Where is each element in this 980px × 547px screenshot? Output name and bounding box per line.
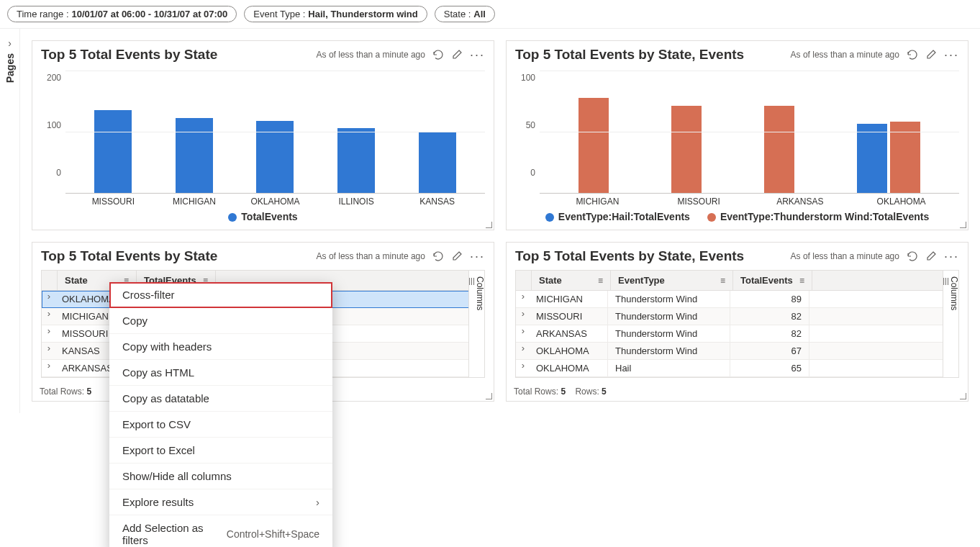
resize-handle[interactable] [485, 221, 492, 228]
x-axis-label: ILLINOIS [316, 196, 397, 207]
cell-state: OKLAHOMA [529, 343, 608, 359]
cell-eventtype: Thunderstorm Wind [608, 325, 730, 342]
tile-chart-top5-total: Top 5 Total Events by State As of less t… [32, 40, 494, 230]
column-header[interactable]: TotalEvents≡ [733, 271, 812, 290]
bar[interactable] [419, 132, 456, 193]
event-type-filter[interactable]: Event Type : Hail, Thunderstorm wind [244, 6, 427, 22]
context-menu-item[interactable]: Copy with headers [109, 334, 332, 360]
column-menu-icon[interactable]: ≡ [598, 276, 603, 286]
pages-panel-collapsed[interactable]: › Pages [0, 29, 20, 413]
bar[interactable] [857, 124, 887, 193]
cell-total: 89 [730, 291, 809, 307]
table-row[interactable]: ›OKLAHOMAHail65 [516, 360, 958, 377]
columns-toggle[interactable]: ||| Columns [943, 271, 958, 377]
expand-row-icon[interactable]: › [42, 291, 55, 307]
bar[interactable] [94, 110, 132, 193]
bar[interactable] [579, 98, 609, 193]
more-icon[interactable]: ··· [470, 249, 485, 264]
column-header[interactable]: State≡ [532, 271, 611, 290]
table-row[interactable]: ›OKLAHOMAThunderstorm Wind67 [516, 343, 958, 360]
edit-icon[interactable] [925, 250, 937, 262]
chevron-right-icon[interactable]: › [8, 37, 12, 49]
context-menu-item[interactable]: Copy as datatable [109, 386, 332, 412]
more-icon[interactable]: ··· [944, 249, 959, 264]
data-table: State≡EventType≡TotalEvents≡ ›MICHIGANTh… [515, 270, 959, 378]
context-menu-item[interactable]: Copy as HTML [109, 360, 332, 386]
bar-chart: 2001000 [41, 71, 485, 194]
tile-title: Top 5 Total Events by State [41, 47, 317, 63]
context-menu-item[interactable]: Cross-filter [109, 282, 332, 308]
legend-item[interactable]: EventType:Thunderstorm Wind:TotalEvents [707, 211, 929, 222]
x-axis-label: MICHIGAN [547, 196, 648, 207]
filter-value: Hail, Thunderstorm wind [308, 9, 417, 19]
bar[interactable] [337, 128, 375, 193]
bar[interactable] [764, 106, 794, 193]
expand-row-icon[interactable]: › [42, 325, 55, 342]
cell-total: 65 [730, 360, 809, 376]
context-menu: Cross-filterCopyCopy with headersCopy as… [109, 282, 332, 413]
legend-item[interactable]: EventType:Hail:TotalEvents [545, 211, 690, 222]
column-menu-icon[interactable]: ≡ [799, 276, 804, 286]
bar[interactable] [671, 106, 702, 193]
cell-total: 82 [730, 308, 809, 325]
edit-icon[interactable] [451, 250, 463, 262]
refresh-icon[interactable] [432, 250, 444, 262]
expand-row-icon[interactable]: › [516, 360, 529, 376]
cell-state: ARKANSAS [529, 325, 608, 342]
resize-handle[interactable] [485, 392, 492, 399]
grouped-bar-chart: 100500 [515, 71, 959, 194]
tile-table-top5-events: Top 5 Total Events by State, Events As o… [506, 242, 968, 402]
column-menu-icon[interactable]: ≡ [720, 276, 725, 286]
as-of-text: As of less than a minute ago [317, 251, 425, 261]
expand-row-icon[interactable]: › [42, 360, 55, 376]
column-header[interactable]: EventType≡ [611, 271, 733, 290]
x-axis-label: OKLAHOMA [235, 196, 316, 207]
x-axis-label: ARKANSAS [750, 196, 851, 207]
columns-label: Columns [475, 276, 485, 310]
expand-row-icon[interactable]: › [516, 343, 529, 359]
refresh-icon[interactable] [907, 250, 918, 262]
filter-value: All [473, 9, 486, 19]
columns-icon: ||| [468, 276, 475, 285]
context-menu-item[interactable]: Copy [109, 308, 332, 334]
expand-row-icon[interactable]: › [516, 291, 529, 307]
columns-toggle[interactable]: ||| Columns [468, 271, 484, 377]
footer-value: 5 [86, 386, 91, 397]
more-icon[interactable]: ··· [470, 48, 485, 63]
cell-state: MISSOURI [529, 308, 608, 325]
context-menu-item[interactable]: Export to CSV [109, 412, 332, 413]
as-of-text: As of less than a minute ago [791, 50, 899, 60]
refresh-icon[interactable] [907, 49, 918, 60]
footer-label: Rows: [575, 386, 599, 397]
x-axis-label: MISSOURI [648, 196, 750, 207]
expand-row-icon[interactable]: › [42, 308, 55, 325]
pages-label: Pages [4, 53, 16, 83]
bar[interactable] [176, 118, 213, 193]
tile-title: Top 5 Total Events by State [41, 248, 317, 264]
edit-icon[interactable] [451, 49, 463, 60]
expand-row-icon[interactable]: › [42, 343, 55, 359]
table-row[interactable]: ›MICHIGANThunderstorm Wind89 [516, 291, 958, 308]
bar[interactable] [890, 122, 920, 193]
table-footer: Total Rows: 5 Rows: 5 [507, 382, 968, 401]
cell-state: OKLAHOMA [529, 360, 608, 376]
x-axis-label: OKLAHOMA [850, 196, 952, 207]
expand-row-icon[interactable]: › [516, 308, 529, 325]
resize-handle[interactable] [959, 392, 966, 399]
as-of-text: As of less than a minute ago [317, 50, 425, 60]
time-range-filter[interactable]: Time range : 10/01/07 at 06:00 - 10/31/0… [7, 6, 237, 22]
refresh-icon[interactable] [432, 49, 444, 60]
filter-label: Event Type : [253, 9, 305, 19]
state-filter[interactable]: State : All [435, 6, 495, 22]
more-icon[interactable]: ··· [944, 48, 959, 63]
legend-item[interactable]: TotalEvents [228, 211, 297, 222]
edit-icon[interactable] [925, 49, 937, 60]
filter-bar: Time range : 10/01/07 at 06:00 - 10/31/0… [0, 0, 980, 29]
resize-handle[interactable] [959, 221, 966, 228]
expand-row-icon[interactable]: › [516, 325, 529, 342]
table-row[interactable]: ›ARKANSASThunderstorm Wind82 [516, 325, 958, 343]
cell-eventtype: Hail [608, 360, 730, 376]
x-axis-label: MISSOURI [73, 196, 154, 207]
cell-total: 67 [730, 343, 809, 359]
table-row[interactable]: ›MISSOURIThunderstorm Wind82 [516, 308, 958, 325]
